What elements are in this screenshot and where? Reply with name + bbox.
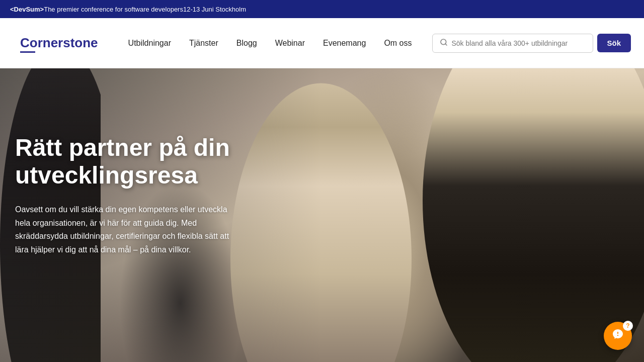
chat-bubble-button[interactable]: ? bbox=[604, 322, 632, 350]
hero-title: Rätt partner på din utvecklingsresa bbox=[15, 134, 247, 189]
search-icon bbox=[440, 38, 448, 48]
hero-content: Rätt partner på din utvecklingsresa Oavs… bbox=[15, 134, 247, 256]
chat-badge: ? bbox=[623, 321, 633, 331]
hero-section: Rätt partner på din utvecklingsresa Oavs… bbox=[0, 68, 644, 362]
search-input[interactable] bbox=[452, 39, 586, 47]
nav-link-blogg[interactable]: Blogg bbox=[236, 39, 257, 48]
search-box bbox=[432, 34, 593, 53]
nav-link-evenemang[interactable]: Evenemang bbox=[323, 39, 366, 48]
chat-icon bbox=[612, 328, 624, 343]
nav-link-utbildningar[interactable]: Utbildningar bbox=[128, 39, 171, 48]
announcement-brand: <DevSum> bbox=[10, 6, 44, 13]
announcement-date: 12-13 Juni Stockholm bbox=[183, 6, 246, 13]
nav-link-webinar[interactable]: Webinar bbox=[275, 39, 305, 48]
search-area: Sök bbox=[432, 34, 631, 53]
navbar: Cornerstone Utbildningar Tjänster Blogg … bbox=[0, 18, 644, 68]
search-button[interactable]: Sök bbox=[597, 34, 631, 52]
nav-link-om-oss[interactable]: Om oss bbox=[384, 39, 412, 48]
announcement-bar: <DevSum> The premier conference for soft… bbox=[0, 0, 644, 18]
svg-line-1 bbox=[445, 44, 447, 45]
site-logo[interactable]: Cornerstone bbox=[20, 35, 98, 51]
nav-links: Utbildningar Tjänster Blogg Webinar Even… bbox=[128, 39, 412, 48]
nav-link-tjanster[interactable]: Tjänster bbox=[189, 39, 218, 48]
hero-description: Oavsett om du vill stärka din egen kompe… bbox=[15, 203, 236, 256]
announcement-text: The premier conference for software deve… bbox=[44, 6, 183, 13]
